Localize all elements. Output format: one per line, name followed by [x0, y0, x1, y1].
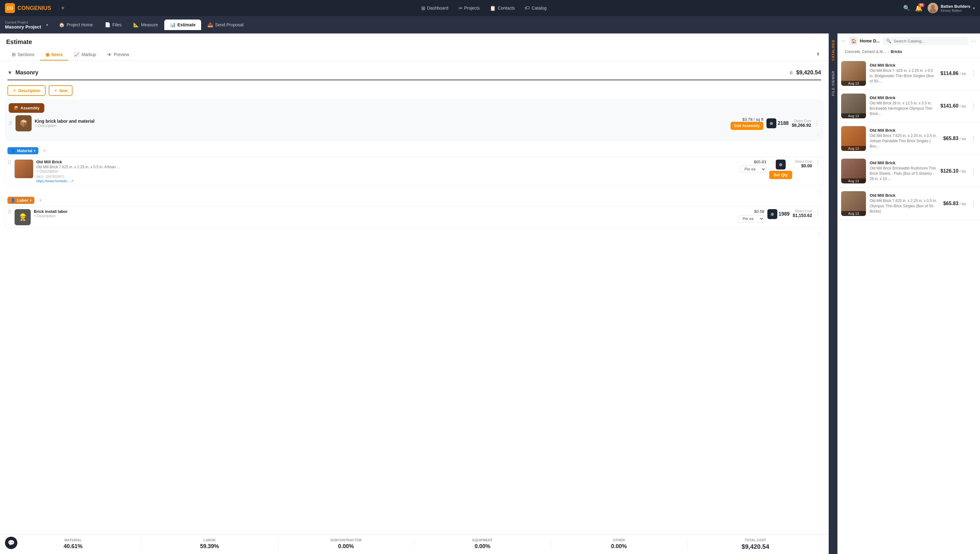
nav-item-contacts[interactable]: 📋 Contacts — [485, 3, 519, 13]
material-group-header: 👤 Material ▾ ＋ — [5, 145, 824, 157]
drag-handle-icon[interactable]: ⠿ — [9, 121, 13, 126]
catalog-item-more-2[interactable]: ⋮ — [971, 103, 976, 109]
material-thumb-img — [14, 159, 33, 178]
chat-button[interactable]: 💬 — [5, 536, 18, 549]
material-desc-add[interactable]: + Description — [36, 169, 737, 174]
tab-estimate[interactable]: 📊 Estimate — [164, 19, 201, 30]
catalog-price-unit-3: / ea — [959, 137, 966, 141]
add-description-button[interactable]: ＋ Description — [8, 85, 46, 96]
labor-drag-handle-icon[interactable]: ⠿ — [8, 209, 11, 215]
catalog-item[interactable]: Aug 13 Old Mill Brick Old Mill Brick Bri… — [837, 155, 980, 188]
tab-project-home[interactable]: 🏠 Project Home — [53, 19, 99, 30]
material-more-icon[interactable]: ⋮ — [815, 159, 821, 166]
catalog-item-price-2: $141.60 / ea — [941, 103, 966, 109]
labor-group-header: 👤 Labor ▾ ＋ — [5, 194, 824, 206]
material-sku: SKU: 1007833971 — [36, 175, 737, 178]
catalog-price-val-2: $141.60 — [941, 103, 959, 108]
tab-markup[interactable]: 📈 Markup — [68, 49, 102, 60]
tab-send-proposal[interactable]: 📤 Send Proposal — [202, 19, 249, 30]
material-tag[interactable]: 👤 Material ▾ — [8, 147, 38, 154]
nav-items: ⊞ Dashboard ✂ Projects 📋 Contacts 🏷 Cata… — [72, 3, 896, 13]
notification-button[interactable]: 🔔 28 — [915, 4, 923, 12]
catalog-search-box[interactable]: 🔍 — [882, 37, 968, 45]
section-total: $9,420.54 — [796, 69, 821, 76]
catalog-item-price-1: $114.86 / ea — [941, 71, 966, 76]
catalog-item[interactable]: Aug 13 Old Mill Brick Old Mill Brick 7.6… — [837, 188, 980, 220]
project-label: Current Project — [5, 21, 41, 24]
add-item-button[interactable]: ＋ Item — [49, 85, 73, 96]
tab-measure[interactable]: 📐 Measure — [128, 19, 163, 30]
labor-item-row: ⠿ 👷 Brick install labor + Description $0… — [5, 206, 824, 228]
labor-resize-icon[interactable]: ⤡ — [818, 231, 821, 236]
catalog-item-more-5[interactable]: ⋮ — [971, 200, 976, 207]
material-drag-handle-icon[interactable]: ⠿ — [8, 159, 11, 166]
footer-other: OTHER 0.00% — [551, 538, 687, 550]
catalog-item-more-4[interactable]: ⋮ — [971, 168, 976, 174]
user-chevron-icon: ▾ — [973, 6, 975, 11]
footer-equip-label: EQUIPMENT — [414, 538, 550, 542]
user-subtitle: Kinsey Batten — [941, 9, 970, 13]
labor-add-icon[interactable]: ＋ — [38, 197, 43, 204]
catalog-item-info-3: Old Mill Brick Old Mill Brick 7.625 in. … — [870, 128, 939, 149]
catalog-item-info-5: Old Mill Brick Old Mill Brick 7.625 in. … — [870, 193, 939, 214]
catalog-item-more-1[interactable]: ⋮ — [971, 70, 976, 77]
labor-more-icon[interactable]: ⋮ — [815, 209, 821, 216]
resize-handle-icon[interactable]: ⤡ — [817, 133, 820, 137]
add-button[interactable]: + — [61, 5, 65, 12]
download-button[interactable]: ⬇ — [814, 49, 822, 60]
labor-qty-icon: ⊕ — [767, 209, 777, 219]
section-delete-icon[interactable]: 🗑 — [789, 70, 793, 75]
set-qty-button[interactable]: Set Qty — [769, 171, 792, 179]
catalog-back-button[interactable]: ← — [841, 38, 847, 44]
catalog-item-thumb-3: Aug 13 — [841, 126, 866, 151]
nav-item-catalog[interactable]: 🏷 Catalog — [520, 3, 551, 13]
section-toggle-icon[interactable]: ▼ — [8, 70, 13, 76]
side-tab-file-viewer[interactable]: FILE VIEWER — [830, 67, 836, 99]
catalog-item-brand-4: Old Mill Brick — [870, 161, 937, 165]
material-resize-icon[interactable]: ⤡ — [818, 189, 821, 194]
tab-files[interactable]: 📄 Files — [99, 19, 127, 30]
project-info[interactable]: Current Project Masonry Project — [5, 21, 46, 29]
material-per-unit-select[interactable]: Per ea Per sq ft — [741, 166, 766, 173]
catalog-search-input[interactable] — [894, 39, 964, 43]
nav-item-dashboard[interactable]: ⊞ Dashboard — [417, 3, 453, 13]
labor-tag[interactable]: 👤 Labor ▾ — [8, 197, 34, 204]
nav-item-projects[interactable]: ✂ Projects — [454, 3, 484, 13]
material-item-desc: Old Mill Brick 7.625 in. x 2.25 in. x 0.… — [36, 165, 123, 169]
footer-labor-value: 59.39% — [141, 543, 277, 550]
item-plus-icon: ＋ — [54, 88, 57, 93]
material-qty-section: ⊕ Set Qty — [769, 159, 792, 179]
logo[interactable]: CG CONGENIUS — [5, 3, 51, 13]
user-menu[interactable]: Batten Builders Kinsey Batten ▾ — [927, 3, 975, 13]
catalog-more-icon[interactable]: ⋯ — [971, 38, 976, 44]
catalog-item[interactable]: Aug 13 Old Mill Brick Old Mill Brick 7 .… — [837, 57, 980, 90]
assembly-qty-value[interactable]: 2188 — [778, 121, 789, 126]
labor-per-unit-select[interactable]: Per ea Per sq ft — [739, 215, 764, 223]
assembly-desc-add[interactable]: + Description — [35, 124, 727, 128]
catalog-price-val-4: $126.10 — [941, 168, 959, 174]
tab-preview[interactable]: 👁 Preview — [102, 49, 135, 60]
assembly-qty: ⊕ 2188 — [766, 118, 789, 128]
breadcrumb-item-1[interactable]: Concrete, Cement & M... — [845, 49, 886, 54]
catalog-price-unit-1: / ea — [959, 72, 966, 76]
items-icon: ◉ — [46, 52, 49, 57]
tab-items[interactable]: ◉ Items — [40, 49, 69, 60]
catalog-item-thumb-4: Aug 13 — [841, 159, 866, 183]
material-url[interactable]: https://www.homede... ↗ — [36, 179, 737, 183]
catalog-header: ← 🏠 Home D... 🔍 ⋯ Concrete, Cement & M..… — [837, 33, 980, 57]
nav-right: 🔍 🔔 28 Batten Builders Kinsey Batten ▾ — [903, 3, 975, 13]
material-cost-label: Direct Cost — [795, 159, 812, 163]
side-tab-catalogs[interactable]: CATALOGS — [830, 36, 836, 64]
labor-desc-add[interactable]: + Description — [34, 214, 735, 218]
catalog-item[interactable]: Aug 13 Old Mill Brick Old Mill Brick 7.6… — [837, 123, 980, 155]
tab-sections[interactable]: ⊞ Sections — [6, 49, 40, 60]
material-add-icon[interactable]: ＋ — [42, 148, 47, 154]
catalog-item-more-3[interactable]: ⋮ — [971, 135, 976, 142]
project-dropdown-icon[interactable]: ▾ — [46, 22, 48, 27]
labor-qty-value[interactable]: 1989 — [779, 211, 790, 217]
search-icon[interactable]: 🔍 — [903, 5, 910, 11]
catalog-item[interactable]: Aug 13 Old Mill Brick Old Mill Brick 28 … — [837, 90, 980, 123]
catalog-item-desc-1: Old Mill Brick 7 .625 in. x 2.25 in. x 0… — [870, 68, 937, 84]
edit-assembly-button[interactable]: Edit Assembly — [730, 122, 763, 130]
assembly-more-icon[interactable]: ⋮ — [814, 120, 820, 127]
